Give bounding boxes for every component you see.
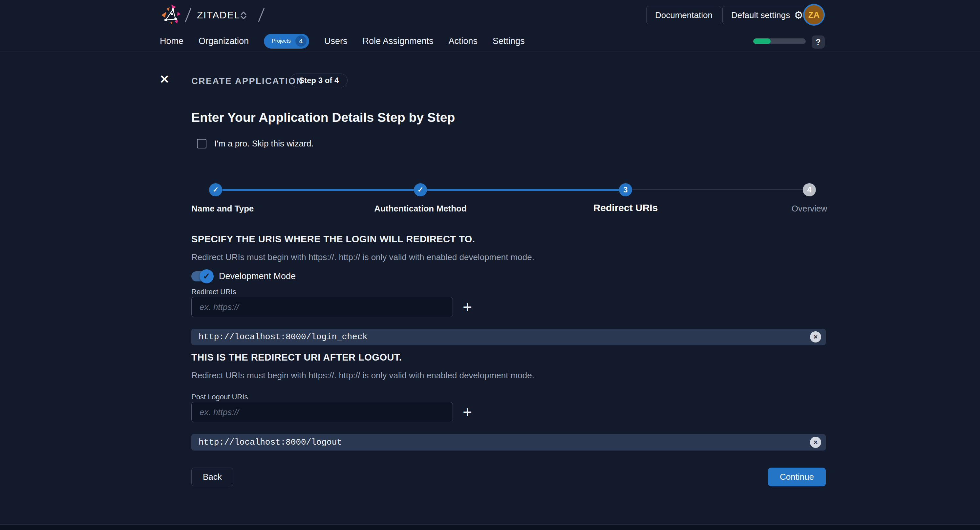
check-icon: ✓ [417, 185, 423, 194]
nav-item-actions[interactable]: Actions [449, 36, 478, 46]
step-number: 4 [807, 185, 811, 195]
nav-item-organization[interactable]: Organization [199, 36, 249, 46]
redirect-section-heading: SPECIFY THE URIS WHERE THE LOGIN WILL RE… [191, 234, 475, 245]
stepper-line-done [427, 189, 619, 191]
org-name[interactable]: ZITADEL [197, 10, 240, 21]
wizard-stepper: ✓ ✓ 3 4 Name and Type Authentication Met… [191, 183, 826, 219]
step-indicator-badge: Step 3 of 4 [290, 73, 348, 87]
redirect-uri-value: http://localhost:8000/login_check [199, 332, 810, 342]
logout-section-heading: THIS IS THE REDIRECT URI AFTER LOGOUT. [191, 352, 402, 363]
documentation-button-label: Documentation [655, 10, 713, 20]
step-circle-overview[interactable]: 4 [803, 183, 816, 196]
progress-fill [753, 38, 771, 44]
post-logout-uri-chip: http://localhost:8000/logout ✕ [191, 434, 826, 450]
help-button[interactable]: ? [811, 35, 825, 49]
breadcrumb-slash [185, 8, 191, 22]
skip-wizard-label: I'm a pro. Skip this wizard. [214, 139, 314, 149]
nav-item-role-assignments[interactable]: Role Assignments [362, 36, 433, 46]
dev-mode-toggle-row: ✓ Development Mode [191, 271, 296, 281]
page-title: Enter Your Application Details Step by S… [191, 110, 455, 125]
step-label-redirect-uris: Redirect URIs [560, 202, 691, 214]
app-header: ZITADEL Documentation Default settings ⚙… [0, 0, 980, 52]
post-logout-uri-value: http://localhost:8000/logout [199, 437, 810, 447]
remove-uri-icon[interactable]: ✕ [810, 437, 821, 448]
org-switcher-unfold-icon[interactable] [240, 11, 247, 22]
dev-mode-toggle[interactable]: ✓ [191, 271, 212, 281]
default-settings-button-label: Default settings [731, 10, 790, 20]
redirect-uris-label: Redirect URIs [191, 288, 236, 296]
post-logout-uri-input[interactable] [191, 402, 453, 422]
remove-uri-icon[interactable]: ✕ [810, 331, 821, 343]
breadcrumb-slash [258, 8, 264, 22]
wizard-title: CREATE APPLICATION [191, 76, 304, 86]
step-number: 3 [624, 185, 628, 195]
redirect-uri-input[interactable] [191, 297, 453, 317]
documentation-button[interactable]: Documentation [646, 6, 721, 24]
add-post-logout-uri-button[interactable]: + [459, 402, 476, 422]
add-redirect-uri-button[interactable]: + [459, 297, 476, 317]
plus-icon: + [463, 299, 472, 315]
stepper-line-done [222, 189, 414, 191]
check-icon: ✓ [203, 271, 210, 281]
main-nav: Home Organization Projects 4 Users Role … [160, 30, 525, 52]
step-circle-redirect-uris[interactable]: 3 [619, 183, 632, 196]
step-label-name-and-type: Name and Type [191, 204, 254, 214]
step-circle-name-and-type[interactable]: ✓ [209, 183, 222, 196]
nav-item-projects[interactable]: Projects 4 [264, 34, 309, 49]
post-logout-uris-label: Post Logout URIs [191, 393, 248, 401]
step-circle-authentication-method[interactable]: ✓ [414, 183, 427, 196]
zitadel-logo-icon[interactable] [159, 4, 183, 27]
step-label-authentication-method: Authentication Method [355, 204, 486, 214]
logout-section-description: Redirect URIs must begin with https://. … [191, 370, 534, 381]
projects-count-badge: 4 [295, 35, 307, 46]
redirect-section-description: Redirect URIs must begin with https://. … [191, 252, 534, 262]
avatar-initials: ZA [808, 10, 820, 20]
continue-button[interactable]: Continue [768, 468, 826, 486]
check-icon: ✓ [213, 185, 219, 194]
stepper-line-upcoming [632, 190, 803, 190]
plus-icon: + [463, 404, 472, 420]
gear-icon: ⚙ [794, 10, 803, 20]
nav-item-projects-label: Projects [272, 38, 291, 44]
footer-strip [0, 524, 980, 530]
close-icon[interactable]: ✕ [159, 73, 169, 85]
nav-item-users[interactable]: Users [324, 36, 348, 46]
skip-wizard-row: I'm a pro. Skip this wizard. [197, 139, 314, 149]
nav-item-home[interactable]: Home [160, 36, 183, 46]
dev-mode-label: Development Mode [219, 271, 296, 281]
nav-item-settings[interactable]: Settings [493, 36, 525, 46]
user-avatar[interactable]: ZA [803, 4, 825, 26]
step-label-overview: Overview [760, 204, 859, 214]
dev-mode-toggle-thumb: ✓ [200, 269, 214, 283]
quota-progress-bar [753, 38, 806, 44]
help-button-label: ? [816, 37, 821, 47]
skip-wizard-checkbox[interactable] [197, 139, 207, 148]
wizard-actions: Back Continue [191, 468, 826, 486]
back-button[interactable]: Back [191, 468, 233, 486]
redirect-uri-chip: http://localhost:8000/login_check ✕ [191, 329, 826, 345]
default-settings-button[interactable]: Default settings ⚙ [722, 6, 812, 24]
